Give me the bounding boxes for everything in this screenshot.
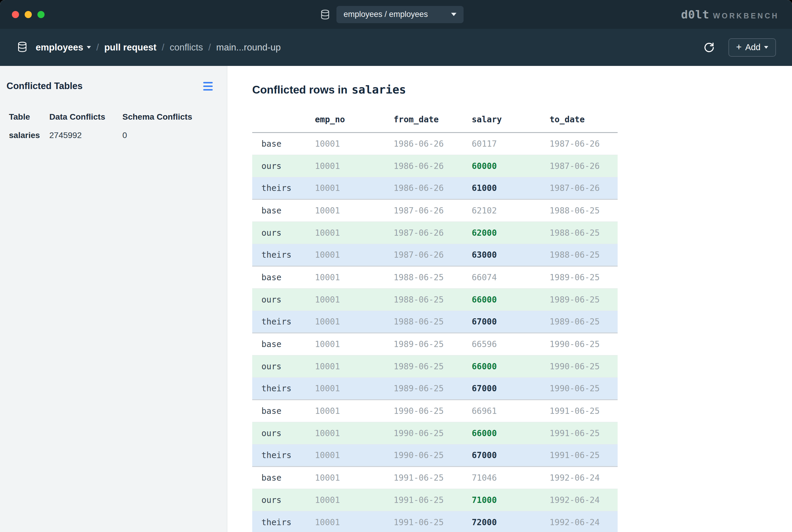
cell-emp-no: 10001: [315, 355, 393, 378]
column-header-table: Table: [0, 112, 49, 131]
row-version-label: base: [252, 133, 315, 155]
cell-emp-no: 10001: [315, 177, 393, 200]
conflict-row-theirs: theirs100011987-06-26630001988-06-25: [252, 244, 618, 266]
cell-salary: 71046: [472, 467, 550, 489]
window-zoom-button[interactable]: [37, 11, 44, 18]
cell-salary: 62000: [472, 222, 550, 244]
cell-salary: 67000: [472, 444, 550, 467]
cell-from-date: 1991-06-25: [393, 511, 472, 532]
conflict-row-base: base100011987-06-26621021988-06-25: [252, 200, 618, 222]
conflict-row-theirs: theirs100011989-06-25670001990-06-25: [252, 378, 618, 400]
row-version-label: theirs: [252, 311, 315, 333]
cell-to-date: 1989-06-25: [550, 266, 618, 288]
schema-conflicts-count: 0: [123, 131, 227, 144]
column-header-schema-conflicts: Schema Conflicts: [123, 112, 227, 131]
conflict-row-ours: ours100011987-06-26620001988-06-25: [252, 222, 618, 244]
cell-from-date: 1990-06-25: [393, 422, 472, 444]
row-version-label: theirs: [252, 511, 315, 532]
cell-from-date: 1988-06-25: [393, 288, 472, 311]
row-version-label: ours: [252, 355, 315, 378]
row-version-label: ours: [252, 422, 315, 444]
cell-salary: 66596: [472, 333, 550, 355]
cell-from-date: 1988-06-25: [393, 311, 472, 333]
chevron-down-icon: [87, 46, 91, 49]
row-version-label: theirs: [252, 244, 315, 266]
cell-emp-no: 10001: [315, 244, 393, 266]
data-conflicts-count: 2745992: [49, 131, 123, 144]
cell-to-date: 1987-06-26: [550, 177, 618, 200]
breadcrumb-separator: /: [208, 42, 211, 53]
cell-emp-no: 10001: [315, 155, 393, 177]
cell-to-date: 1987-06-26: [550, 155, 618, 177]
cell-salary: 67000: [472, 311, 550, 333]
cell-emp-no: 10001: [315, 400, 393, 422]
hamburger-menu-icon[interactable]: [203, 82, 213, 91]
cell-salary: 66000: [472, 288, 550, 311]
cell-from-date: 1989-06-25: [393, 378, 472, 400]
conflict-row-ours: ours100011988-06-25660001989-06-25: [252, 288, 618, 311]
cell-salary: 66074: [472, 266, 550, 288]
row-version-label: base: [252, 400, 315, 422]
refresh-icon: [703, 41, 715, 54]
cell-emp-no: 10001: [315, 444, 393, 467]
cell-to-date: 1992-06-24: [550, 489, 618, 511]
cell-from-date: 1987-06-26: [393, 244, 472, 266]
table-name[interactable]: salaries: [0, 131, 49, 144]
window-close-button[interactable]: [12, 11, 19, 18]
row-version-label: base: [252, 200, 315, 222]
cell-emp-no: 10001: [315, 511, 393, 532]
cell-to-date: 1988-06-25: [550, 244, 618, 266]
cell-salary: 60117: [472, 133, 550, 155]
cell-emp-no: 10001: [315, 333, 393, 355]
database-icon: [320, 9, 330, 20]
add-button-label: Add: [745, 42, 760, 52]
conflict-row-theirs: theirs100011991-06-25720001992-06-24: [252, 511, 618, 532]
row-version-label: ours: [252, 288, 315, 311]
breadcrumb-conflicts[interactable]: conflicts: [170, 42, 203, 53]
database-icon: [17, 41, 28, 54]
add-button[interactable]: + Add: [729, 38, 776, 57]
breadcrumb-branch-range: main...round-up: [216, 42, 281, 53]
row-version-label: theirs: [252, 177, 315, 200]
cell-from-date: 1987-06-26: [393, 222, 472, 244]
cell-to-date: 1992-06-24: [550, 467, 618, 489]
cell-from-date: 1986-06-26: [393, 133, 472, 155]
cell-to-date: 1991-06-25: [550, 400, 618, 422]
refresh-button[interactable]: [703, 41, 715, 54]
cell-emp-no: 10001: [315, 288, 393, 311]
conflict-row-base: base100011990-06-25669611991-06-25: [252, 400, 618, 422]
plus-icon: +: [736, 42, 742, 52]
column-header-salary: salary: [472, 111, 550, 133]
table-name-code: salaries: [352, 83, 406, 96]
app-logo: d0lt WORKBENCH: [681, 8, 779, 21]
cell-to-date: 1990-06-25: [550, 333, 618, 355]
conflict-row-ours: ours100011989-06-25660001990-06-25: [252, 355, 618, 378]
conflict-row-ours: ours100011986-06-26600001987-06-26: [252, 155, 618, 177]
column-header-emp-no: emp_no: [315, 111, 393, 133]
database-selector[interactable]: employees / employees: [336, 6, 463, 23]
conflict-row-base: base100011986-06-26601171987-06-26: [252, 133, 618, 155]
title-bar: employees / employees d0lt WORKBENCH: [0, 0, 792, 29]
row-version-label: ours: [252, 222, 315, 244]
database-selector-group: employees / employees: [320, 6, 463, 23]
breadcrumb-pull-request[interactable]: pull request: [104, 42, 156, 53]
table-row[interactable]: salaries 2745992 0: [0, 131, 227, 144]
window-minimize-button[interactable]: [25, 11, 32, 18]
conflicted-tables-list: Table Data Conflicts Schema Conflicts sa…: [0, 112, 227, 144]
conflict-row-ours: ours100011991-06-25710001992-06-24: [252, 489, 618, 511]
logo-subtitle: WORKBENCH: [713, 12, 779, 20]
row-version-label: base: [252, 333, 315, 355]
conflict-row-theirs: theirs100011990-06-25670001991-06-25: [252, 444, 618, 467]
cell-to-date: 1992-06-24: [550, 511, 618, 532]
cell-salary: 61000: [472, 177, 550, 200]
cell-salary: 60000: [472, 155, 550, 177]
cell-from-date: 1991-06-25: [393, 489, 472, 511]
conflict-row-base: base100011989-06-25665961990-06-25: [252, 333, 618, 355]
cell-from-date: 1990-06-25: [393, 400, 472, 422]
database-selector-value: employees / employees: [344, 10, 428, 19]
breadcrumb-database-dropdown[interactable]: employees: [36, 42, 91, 53]
cell-salary: 62102: [472, 200, 550, 222]
cell-to-date: 1991-06-25: [550, 422, 618, 444]
cell-to-date: 1987-06-26: [550, 133, 618, 155]
conflict-table-body: base100011986-06-26601171987-06-26ours10…: [252, 133, 618, 532]
